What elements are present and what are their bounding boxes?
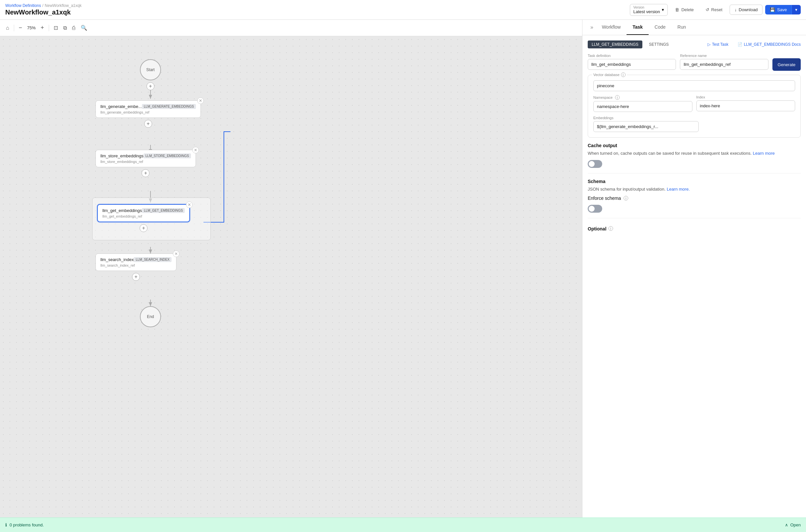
download-icon: ↓ [734,7,737,12]
workflow-canvas[interactable]: Start + ✕ llm_generate_embe... LLM_GENER… [0,36,582,517]
start-add-button[interactable]: + [147,82,154,90]
get-embeddings-node[interactable]: ✕ llm_get_embeddings LLM_GET_EMBEDDINGS … [97,204,190,232]
search-index-header: llm_search_index LLM_SEARCH_INDEX [100,257,172,262]
vector-db-label: Vector database i [592,72,627,77]
end-circle[interactable]: End [140,306,161,327]
search-button[interactable]: 🔍 [79,23,89,33]
tab-code[interactable]: Code [649,20,671,35]
search-icon: 🔍 [81,25,87,31]
save-dropdown-icon: ▾ [795,7,798,12]
task-definition-label: Task definition [588,54,676,58]
store-embeddings-badge: LLM_STORE_EMBEDDINGS [143,153,191,158]
enforce-schema-label: Enforce schema [588,195,621,201]
embeddings-label: Embeddings [593,116,795,120]
generate-embeddings-title: llm_generate_embe... [100,104,142,109]
generate-embeddings-subtitle: llm_generate_embeddings_ref [100,110,196,114]
cache-output-desc: When turned on, cache outputs can be sav… [588,150,801,157]
store-embeddings-delete[interactable]: ✕ [192,147,199,153]
panel-tabs: » Workflow Task Code Run [582,20,806,35]
end-node[interactable]: End [140,306,161,327]
zoom-in-button[interactable]: + [39,22,46,33]
start-circle[interactable]: Start [140,59,161,80]
tab-task[interactable]: Task [627,20,649,35]
copy-button[interactable]: ⧉ [61,23,69,33]
search-index-delete[interactable]: ✕ [173,250,179,257]
subtab-settings[interactable]: SETTINGS [645,40,673,49]
version-selector[interactable]: Version Latest version ▾ [630,4,668,16]
tab-run[interactable]: Run [672,20,692,35]
get-embeddings-add[interactable]: + [140,224,148,232]
home-button[interactable]: ⌂ [4,23,11,33]
save-button[interactable]: 💾 Save [765,5,791,15]
generate-button[interactable]: Generate [772,58,801,71]
fit-button[interactable]: ⊡ [52,23,60,33]
zoom-level: 75% [25,25,37,30]
store-embeddings-node[interactable]: ✕ llm_store_embeddings LLM_STORE_EMBEDDI… [95,150,196,177]
cache-learn-more-link[interactable]: Learn more [753,151,775,156]
task-definition-group: Task definition [588,54,676,71]
docs-link[interactable]: 📄 LLM_GET_EMBEDDINGS Docs [737,42,801,47]
generate-embeddings-badge: LLM_GENERATE_EMBEDDINGS [142,104,196,109]
store-embeddings-title: llm_store_embeddings [100,153,143,158]
generate-embeddings-delete[interactable]: ✕ [197,97,204,104]
search-index-add[interactable]: + [132,273,140,281]
top-bar-left: Workflow Definitions / NewWorkflow_a1xqk… [5,3,82,16]
problems-area: ℹ 0 problems found. [5,522,44,527]
reference-name-label: Reference name [680,54,768,58]
panel-expand-button[interactable]: » [588,20,596,35]
generate-embeddings-node[interactable]: ✕ llm_generate_embe... LLM_GENERATE_EMBE… [95,100,201,128]
index-input[interactable] [696,100,795,111]
delete-button[interactable]: 🗑 Delete [670,5,698,15]
generate-embeddings-add[interactable]: + [144,120,152,128]
enforce-schema-slider [588,205,602,213]
test-task-link[interactable]: ▷ Test Task [708,42,728,47]
namespace-info-icon: i [615,95,620,100]
get-embeddings-badge: LLM_GET_EMBEDDINGS [142,208,185,213]
embeddings-input[interactable] [593,121,699,132]
get-embeddings-rect[interactable]: ✕ llm_get_embeddings LLM_GET_EMBEDDINGS … [97,204,190,222]
breadcrumb: Workflow Definitions / NewWorkflow_a1xqk [5,3,82,8]
reference-name-input[interactable] [680,59,768,70]
generate-embeddings-header: llm_generate_embe... LLM_GENERATE_EMBEDD… [100,104,196,109]
namespace-input[interactable] [593,101,692,112]
print-button[interactable]: ⎙ [70,23,77,33]
schema-section: Schema JSON schema for input/output vali… [588,179,801,213]
search-index-subtitle: llm_search_index_ref [100,263,172,267]
generate-embeddings-rect[interactable]: ✕ llm_generate_embe... LLM_GENERATE_EMBE… [95,100,201,118]
canvas-toolbar: ⌂ − 75% + ⊡ ⧉ ⎙ 🔍 [0,20,582,36]
version-value: Latest version [633,9,660,14]
start-node[interactable]: Start + [140,59,161,90]
search-index-node[interactable]: ✕ llm_search_index LLM_SEARCH_INDEX llm_… [95,253,176,281]
problems-icon: ℹ [5,522,7,527]
svg-marker-8 [149,249,152,253]
tab-workflow[interactable]: Workflow [596,20,627,35]
vector-db-section: Vector database i Namespace i Index [588,75,801,138]
subtab-llm-get-embeddings[interactable]: LLM_GET_EMBEDDINGS [588,40,642,49]
fit-icon: ⊡ [54,25,58,31]
optional-section: Optional i [588,224,801,233]
cache-toggle[interactable] [588,160,602,168]
chevron-up-icon: ∧ [785,522,788,527]
open-button[interactable]: ∧ Open [785,522,801,527]
get-embeddings-header: llm_get_embeddings LLM_GET_EMBEDDINGS [102,208,185,213]
save-split-group: 💾 Save ▾ [765,5,801,15]
save-icon: 💾 [770,7,775,12]
reset-button[interactable]: ↺ Reset [701,5,727,15]
schema-learn-more-link[interactable]: Learn more. [667,187,690,192]
divider-cache-schema [588,173,801,173]
schema-title: Schema [588,179,801,184]
task-definition-input[interactable] [588,59,676,70]
zoom-out-button[interactable]: − [17,22,24,33]
store-embeddings-rect[interactable]: ✕ llm_store_embeddings LLM_STORE_EMBEDDI… [95,150,196,167]
download-button[interactable]: ↓ Download [730,5,763,15]
enforce-schema-toggle[interactable] [588,205,602,213]
vector-db-input[interactable] [593,80,795,91]
svg-marker-9 [149,302,152,306]
cache-output-title: Cache output [588,143,801,148]
save-dropdown-button[interactable]: ▾ [791,5,801,15]
breadcrumb-link[interactable]: Workflow Definitions [5,3,41,8]
get-embeddings-title: llm_get_embeddings [102,208,142,213]
search-index-rect[interactable]: ✕ llm_search_index LLM_SEARCH_INDEX llm_… [95,253,176,271]
store-embeddings-add[interactable]: + [141,169,150,177]
divider-2 [49,25,49,31]
